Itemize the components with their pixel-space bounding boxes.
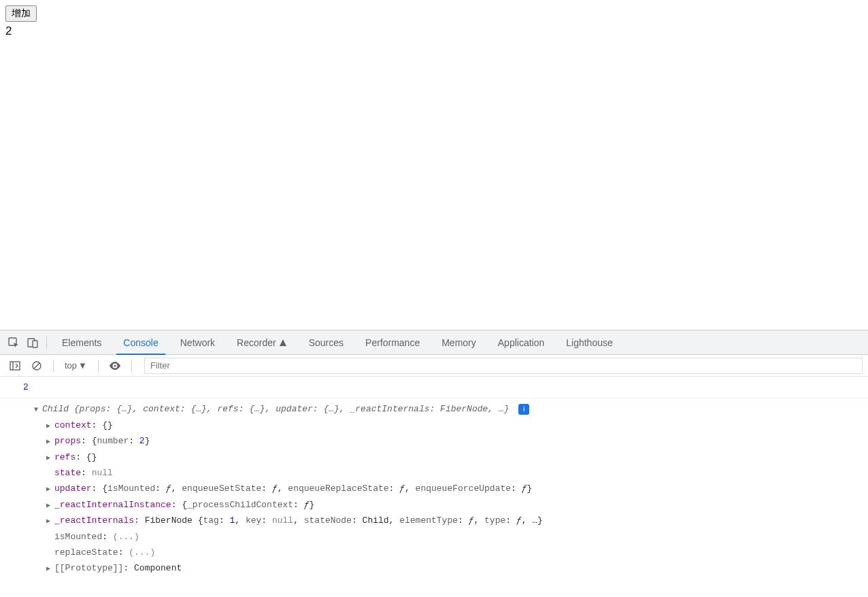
prop-prototype[interactable]: [[Prototype]]: Component bbox=[46, 560, 868, 576]
tab-performance[interactable]: Performance bbox=[354, 330, 431, 354]
svg-line-6 bbox=[34, 363, 39, 369]
log-entry-object[interactable]: Child {props: {…}, context: {…}, refs: {… bbox=[0, 398, 868, 579]
tab-lighthouse[interactable]: Lighthouse bbox=[555, 330, 624, 354]
prop-context[interactable]: context: {} bbox=[46, 417, 868, 433]
tab-elements[interactable]: Elements bbox=[51, 330, 112, 354]
tab-recorder[interactable]: Recorder bbox=[226, 330, 298, 354]
page-content: 增加 2 bbox=[0, 0, 868, 330]
object-header: Child {props: {…}, context: {…}, refs: {… bbox=[42, 404, 510, 414]
clear-console-icon[interactable] bbox=[27, 356, 46, 375]
prop-replacestate[interactable]: ▶replaceState: (...) bbox=[46, 545, 868, 560]
tab-application[interactable]: Application bbox=[487, 330, 556, 354]
live-expression-icon[interactable] bbox=[105, 356, 124, 375]
tab-memory[interactable]: Memory bbox=[431, 330, 487, 354]
console-toolbar: top ▼ bbox=[0, 355, 868, 377]
svg-rect-2 bbox=[33, 341, 37, 347]
expand-arrow-icon[interactable] bbox=[46, 560, 53, 576]
expand-arrow-icon[interactable] bbox=[46, 481, 53, 496]
prop-props[interactable]: props: {number: 2} bbox=[46, 433, 868, 449]
expand-arrow-icon[interactable] bbox=[46, 417, 53, 433]
object-properties: context: {} props: {number: 2} refs: {} … bbox=[14, 417, 868, 577]
log-number-value: 2 bbox=[14, 382, 29, 392]
expand-arrow-icon[interactable] bbox=[46, 497, 53, 513]
prop-ismounted[interactable]: ▶isMounted: (...) bbox=[46, 529, 868, 545]
divider bbox=[98, 360, 99, 372]
expand-arrow-icon[interactable] bbox=[46, 433, 53, 449]
counter-value: 2 bbox=[5, 24, 863, 38]
tab-sources[interactable]: Sources bbox=[298, 330, 354, 354]
sidebar-toggle-icon[interactable] bbox=[5, 356, 24, 375]
divider bbox=[46, 337, 47, 349]
tab-console[interactable]: Console bbox=[112, 330, 169, 354]
console-output: 2 Child {props: {…}, context: {…}, refs:… bbox=[0, 377, 868, 597]
log-entry[interactable]: 2 bbox=[0, 377, 868, 398]
divider bbox=[53, 360, 54, 372]
chevron-down-icon: ▼ bbox=[78, 360, 87, 371]
context-label: top bbox=[65, 360, 77, 371]
prop-react-internals[interactable]: _reactInternals: FiberNode {tag: 1, key:… bbox=[46, 513, 868, 528]
info-icon[interactable]: i bbox=[518, 404, 529, 415]
expand-arrow-icon[interactable] bbox=[46, 449, 53, 465]
prop-refs[interactable]: refs: {} bbox=[46, 449, 868, 465]
increment-button[interactable]: 增加 bbox=[5, 5, 37, 22]
device-toolbar-icon[interactable] bbox=[23, 333, 42, 352]
tab-network[interactable]: Network bbox=[169, 330, 226, 354]
devtools-tabbar: Elements Console Network Recorder Source… bbox=[0, 330, 868, 355]
devtools-panel: Elements Console Network Recorder Source… bbox=[0, 330, 868, 597]
preview-icon bbox=[279, 339, 287, 347]
expand-arrow-icon[interactable] bbox=[34, 401, 41, 417]
prop-updater[interactable]: updater: {isMounted: ƒ, enqueueSetState:… bbox=[46, 481, 868, 496]
expand-arrow-icon[interactable] bbox=[46, 513, 53, 528]
prop-state[interactable]: ▶state: null bbox=[46, 465, 868, 481]
filter-input[interactable] bbox=[144, 358, 863, 374]
divider bbox=[131, 360, 132, 372]
tab-recorder-label: Recorder bbox=[237, 337, 276, 348]
prop-react-internal-instance[interactable]: _reactInternalInstance: {_processChildCo… bbox=[46, 497, 868, 513]
inspect-element-icon[interactable] bbox=[4, 333, 23, 352]
context-selector[interactable]: top ▼ bbox=[61, 360, 91, 371]
svg-point-7 bbox=[114, 364, 116, 366]
